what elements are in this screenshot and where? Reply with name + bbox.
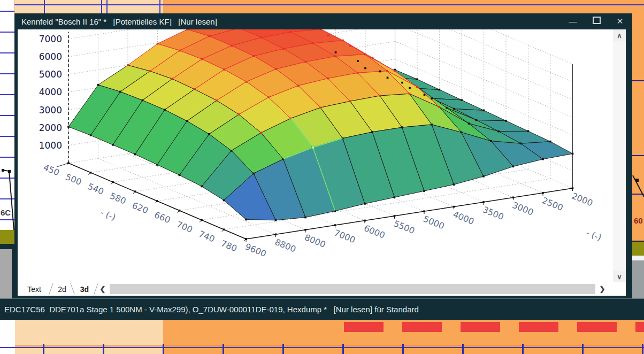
surface-vertex <box>461 99 463 101</box>
surface-mesh[interactable] <box>67 29 573 221</box>
tab-scroll-right-button[interactable]: ❯ <box>597 283 607 295</box>
x-tick-label: 6000 <box>363 223 387 241</box>
x-tick-label: 3500 <box>481 204 505 222</box>
surface-vertex <box>542 158 544 160</box>
surface-vertex <box>134 153 136 156</box>
y-tick-label: 450 <box>42 162 60 178</box>
map-window: Kennfeld "Bosch II 16" * [Potentielles K… <box>14 13 632 298</box>
surface-vertex <box>231 150 233 152</box>
x-tick-label: 8800 <box>273 237 297 255</box>
surface-vertex <box>320 29 322 30</box>
surface-vertex <box>238 113 240 116</box>
window-title: Kennfeld "Bosch II 16" * [Potentielles K… <box>21 17 217 26</box>
close-button[interactable]: ✕ <box>615 13 625 29</box>
surface-vertex <box>357 60 359 62</box>
surface-vertex <box>246 81 248 83</box>
surface-vertex <box>209 35 211 37</box>
surface-vertex <box>549 141 551 143</box>
surface-vertex <box>208 133 210 135</box>
y-tick-label: 620 <box>131 200 149 216</box>
plot-area[interactable]: 1000200030004000500060007000450500540580… <box>18 29 613 282</box>
maximize-button[interactable] <box>592 13 601 29</box>
y-axis-title: - (-) <box>99 207 117 223</box>
surface-vertex <box>194 88 196 90</box>
surface-vertex <box>364 53 366 56</box>
surface-vertex <box>416 86 418 88</box>
scroll-up-button[interactable]: ∧ <box>613 29 626 41</box>
surface-vertex <box>409 93 411 95</box>
horizontal-scrollbar[interactable] <box>110 284 595 294</box>
surface-vertex <box>438 106 440 108</box>
x-tick-label: 4000 <box>451 209 476 227</box>
chevron-down-icon: ∨ <box>617 273 622 281</box>
tab-scroll-left-button[interactable]: ❮ <box>98 283 108 295</box>
surface-vertex <box>482 175 485 178</box>
surface-vertex <box>252 173 255 175</box>
z-tick-label: 4000 <box>39 87 62 97</box>
tab-text[interactable]: Text <box>19 283 50 295</box>
minimize-button[interactable]: — <box>568 13 578 29</box>
surface-vertex <box>497 130 500 133</box>
surface-vertex <box>223 68 225 71</box>
y-tick-label: 660 <box>153 210 172 225</box>
surface-vertex <box>260 132 262 134</box>
surface-vertex <box>342 40 344 42</box>
surface-vertex <box>364 67 366 70</box>
surface-vertex <box>409 87 411 89</box>
surface-plot[interactable]: 1000200030004000500060007000450500540580… <box>18 29 613 282</box>
surface-vertex <box>394 196 396 198</box>
surface-vertex <box>282 48 285 50</box>
surface-vertex <box>186 29 188 30</box>
surface-vertex <box>357 72 359 74</box>
surface-vertex <box>223 199 225 202</box>
surface-vertex <box>201 186 203 188</box>
surface-vertex <box>372 57 374 59</box>
surface-vertex <box>446 107 448 109</box>
surface-vertex <box>364 203 366 205</box>
x-tick-label: 9600 <box>244 241 268 259</box>
x-tick-label: 2500 <box>541 195 565 213</box>
surface-vertex <box>119 91 121 93</box>
surface-vertex <box>461 132 463 134</box>
y-tick-label: 540 <box>86 181 105 197</box>
surface-vertex <box>164 109 166 111</box>
surface-vertex <box>275 68 277 70</box>
surface-vertex <box>67 126 70 128</box>
x-tick-label: 2000 <box>570 191 594 209</box>
surface-vertex <box>401 82 403 84</box>
surface-vertex <box>112 144 114 146</box>
surface-vertex <box>386 70 388 72</box>
surface-vertex <box>431 97 433 99</box>
window-client-area: 1000200030004000500060007000450500540580… <box>18 29 626 296</box>
surface-vertex <box>424 94 426 96</box>
surface-vertex <box>305 61 307 63</box>
surface-vertex <box>490 140 492 142</box>
surface-vertex <box>483 110 485 112</box>
surface-vertex <box>527 130 530 132</box>
surface-vertex <box>512 165 515 167</box>
window-titlebar[interactable]: Kennfeld "Bosch II 16" * [Potentielles K… <box>14 13 632 29</box>
surface-vertex <box>327 78 329 80</box>
scroll-down-button[interactable]: ∨ <box>613 271 626 282</box>
surface-vertex <box>275 219 277 221</box>
surface-vertex <box>171 78 173 80</box>
z-tick-label: 3000 <box>39 105 62 116</box>
surface-vertex <box>319 106 321 109</box>
surface-vertex <box>505 120 507 122</box>
surface-vertex <box>127 64 129 66</box>
surface-vertex <box>156 164 158 166</box>
surface-vertex <box>267 96 270 98</box>
vertical-scrollbar[interactable]: ∧ ∨ <box>613 29 626 282</box>
surface-vertex <box>253 55 255 57</box>
tab-2d[interactable]: 2d <box>53 283 71 295</box>
chevron-up-icon: ∧ <box>617 32 622 40</box>
maximize-icon <box>593 17 601 24</box>
x-axis-title: - (-) <box>585 228 603 243</box>
y-tick-label: 500 <box>64 172 83 187</box>
view-tab-bar: Text 2d 3d ❮ ❯ <box>18 282 626 296</box>
surface-vertex <box>572 153 574 155</box>
surface-vertex <box>327 35 329 37</box>
tab-3d[interactable]: 3d <box>74 283 95 295</box>
surface-vertex <box>179 50 181 52</box>
x-tick-label: 5500 <box>392 218 416 236</box>
